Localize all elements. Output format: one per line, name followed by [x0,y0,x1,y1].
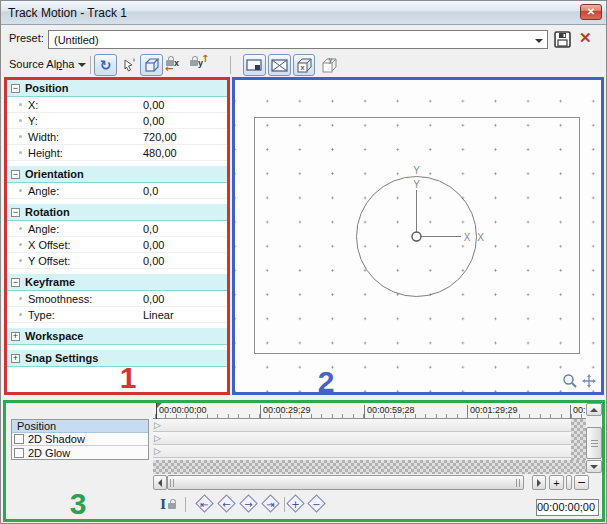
value-x-offset[interactable]: 0,00 [143,239,227,251]
section-header-position[interactable]: − Position [7,80,227,97]
separator [284,497,285,512]
first-keyframe-button[interactable]: ⇤ [195,494,213,512]
annotation-number-3: 3 [56,487,100,521]
combo-dropdown-arrow-icon[interactable] [535,39,543,43]
collapse-icon[interactable]: − [11,208,20,217]
vscroll-thumb[interactable] [586,427,602,459]
ibeam-icon: I [160,497,166,512]
zoom-out-time-button[interactable]: − [574,475,589,490]
zoom-in-time-button[interactable]: + [549,475,564,490]
bullet-icon [19,297,22,300]
insert-keyframe-button[interactable]: + [286,494,304,512]
section-header-keyframe[interactable]: − Keyframe [7,274,227,291]
y-axis-outer-label: Y [413,165,420,176]
value-y-offset[interactable]: 0,00 [143,255,227,267]
value-type[interactable]: Linear [143,309,227,321]
hscroll-left-button[interactable] [153,475,167,490]
prop-row-x: X: 0,00 [7,97,227,113]
lock-x-icon: x ← [164,55,184,75]
thumb-grip[interactable] [516,479,521,487]
last-keyframe-button[interactable]: ⇥ [261,494,279,512]
section-header-rotation[interactable]: − Rotation [7,204,227,221]
section-header-orientation[interactable]: − Orientation [7,166,227,183]
save-preset-button[interactable] [554,31,571,50]
motion-canvas-panel: Y Y X X 2 [232,77,604,395]
time-ruler[interactable]: 00:00:00;00 00:00:29;29 00:00:59;28 00:0… [153,403,586,419]
delete-keyframe-button[interactable]: − [307,494,325,512]
dot-grid-workspace[interactable]: Y Y X X [235,80,601,392]
vscroll-up-button[interactable] [586,403,602,416]
section-header-workspace[interactable]: + Workspace [7,328,227,345]
section-orientation: − Orientation Angle: 0,0 [7,166,227,199]
thumb-grip[interactable] [170,479,175,487]
preset-combobox[interactable]: (Untitled) [48,30,548,49]
value-x[interactable]: 0,00 [143,99,227,111]
value-width[interactable]: 720,00 [143,131,227,143]
x-axis-inner-label[interactable]: X [464,232,471,243]
lock-y-movement-button[interactable]: y ↑ [187,54,209,76]
next-keyframe-button[interactable]: → [239,494,257,512]
keyframe-row-position[interactable]: ▷ [153,419,571,432]
composite-mode-dropdown[interactable]: Source Alpha [9,58,74,70]
keyframe-row-2d-glow[interactable]: ▷ [153,445,571,458]
collapse-icon[interactable]: − [11,170,20,179]
hscroll-right-button[interactable] [532,475,546,490]
value-rotation-angle[interactable]: 0,0 [143,223,227,235]
collapse-icon[interactable]: − [11,84,20,93]
floppy-disk-icon [554,31,571,48]
value-y[interactable]: 0,00 [143,115,227,127]
y-axis-inner-label[interactable]: Y [413,179,420,190]
prevent-scaling-button[interactable] [268,54,291,76]
enable-rotation-button[interactable]: ↻ [94,54,117,76]
enable-snapping-button[interactable] [118,54,139,76]
prop-row-type: Type: Linear [7,307,227,323]
track-checkbox-2d-shadow[interactable] [14,434,24,444]
sync-cursor-button[interactable]: I [159,496,181,514]
value-height[interactable]: 480,00 [143,147,227,159]
lock-x-movement-button[interactable]: x ← [163,54,185,76]
cursor-timecode-display[interactable]: 00:00:00;00 [536,499,599,516]
title-bar[interactable]: Track Motion - Track 1 ✕ [1,1,606,25]
keyframe-rows: ▷ ▷ ▷ [153,419,571,460]
value-smoothness[interactable]: 0,00 [143,293,227,305]
track-item-2d-shadow[interactable]: 2D Shadow [12,433,148,446]
track-checkbox-2d-glow[interactable] [14,448,24,458]
delete-preset-button[interactable]: ✕ [579,30,592,46]
track-motion-dialog: Track Motion - Track 1 ✕ Preset: (Untitl… [0,0,607,524]
close-button[interactable]: ✕ [580,4,602,20]
track-item-position[interactable]: Position [12,420,148,433]
hatch-filler-band [153,460,586,474]
zoom-splitter-handle[interactable] [566,475,572,490]
value-orientation-angle[interactable]: 0,0 [143,185,227,197]
hscroll-thumb[interactable] [167,475,524,490]
property-grid-panel: − Position X: 0,00 Y: 0,00 Width: 720,00… [4,77,230,395]
bullet-icon [19,103,22,106]
keyframe-marker-icon[interactable]: ▷ [154,445,161,457]
scale-about-center-button[interactable] [243,54,266,76]
edit-in-object-space-button[interactable] [140,54,163,76]
track-item-2d-glow[interactable]: 2D Glow [12,446,148,459]
pan-tool-button[interactable] [582,374,596,390]
keyframe-row-2d-shadow[interactable]: ▷ [153,432,571,445]
bullet-icon [19,189,22,192]
expand-icon[interactable]: + [11,354,20,363]
prevent-x-rotation-button[interactable]: x [293,54,315,76]
section-position: − Position X: 0,00 Y: 0,00 Width: 720,00… [7,80,227,161]
previous-keyframe-button[interactable]: ← [217,494,235,512]
zoom-tool-button[interactable] [562,373,578,391]
center-handle[interactable] [412,232,421,241]
rotation-overlay[interactable]: Y Y X X [235,80,601,392]
separator [185,497,186,512]
expand-icon[interactable]: + [11,332,20,341]
ruler-label: 00:00:59;28 [367,405,415,415]
annotation-number-2: 2 [304,365,348,399]
composite-mode-arrow-icon[interactable] [78,63,86,67]
prevent-y-rotation-button[interactable]: y [318,54,340,76]
bullet-icon [19,259,22,262]
keyframe-marker-icon[interactable]: ▷ [154,419,161,431]
vscroll-down-button[interactable] [586,460,602,473]
cursor-marker-icon[interactable] [156,403,157,419]
rect-diagonals-icon [271,59,288,72]
keyframe-marker-icon[interactable]: ▷ [154,432,161,444]
collapse-icon[interactable]: − [11,278,20,287]
